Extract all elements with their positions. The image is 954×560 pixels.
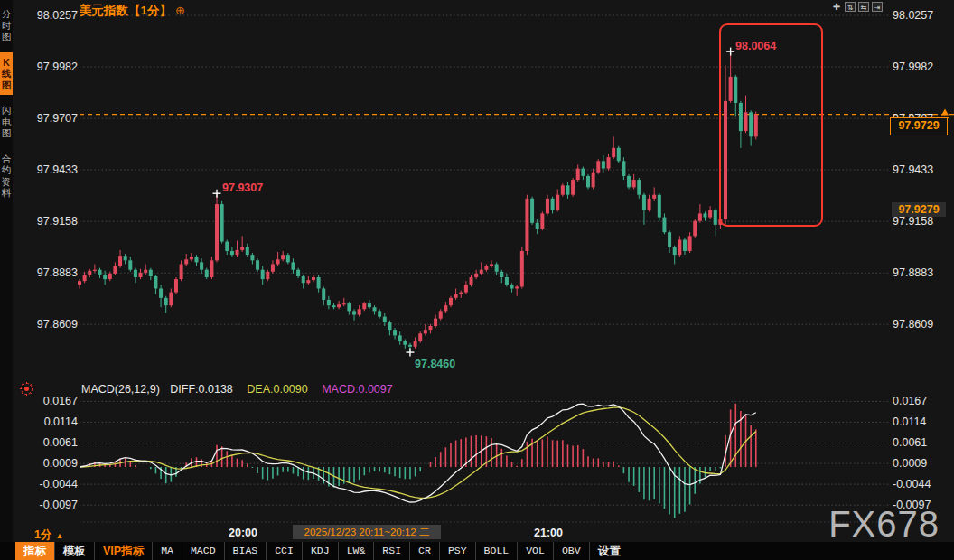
price-level-label: 97.8609 (893, 318, 933, 331)
current-price-tag: 97.9729 (890, 117, 948, 135)
macd-level-label: 0.0009 (25, 457, 78, 470)
toolbar-item-RSI[interactable]: RSI (373, 542, 409, 560)
live-indicator-icon (21, 383, 33, 395)
toolbar-item-VOL[interactable]: VOL (517, 542, 553, 560)
chevron-up-icon: ▲ (55, 531, 63, 540)
price-level-label: 97.8609 (25, 318, 78, 331)
toolbar-item-PSY[interactable]: PSY (439, 542, 475, 560)
trading-terminal: 分时图K线图闪电图合约资料 美元指数【1分】⊕ ✚⇅⇆⇥ 98.025797.9… (0, 0, 954, 560)
toolbar-item-MA[interactable]: MA (152, 542, 182, 560)
toolbar-item-BOLL[interactable]: BOLL (475, 542, 518, 560)
annotation-session-high: 98.0064 (735, 40, 776, 52)
add-indicator-icon[interactable]: ⊕ (175, 4, 185, 17)
price-level-label: 97.9433 (893, 163, 933, 176)
move-tool-icon[interactable]: ✚ (831, 2, 842, 12)
time-tick-2000: 20:00 (223, 527, 263, 539)
toolbar-item-BIAS[interactable]: BIAS (224, 542, 267, 560)
macd-level-label: 0.0167 (25, 395, 78, 407)
annotation-local-high: 97.9307 (222, 182, 263, 194)
toolbar-item-模板[interactable]: 模板 (54, 542, 94, 560)
macd-level-label: 0.0061 (25, 436, 78, 449)
sidebar-tab-合约资料[interactable]: 合约资料 (0, 149, 13, 203)
macd-level-label: -0.0044 (893, 478, 931, 490)
toolbar-item-LW&[interactable]: LW& (338, 542, 374, 560)
toolbar-item-MACD[interactable]: MACD (182, 542, 224, 560)
macd-level-label: 0.0114 (25, 415, 78, 428)
price-level-label: 98.0257 (893, 9, 933, 22)
page-title: 美元指数【1分】⊕ (80, 3, 185, 19)
toolbar-item-CR[interactable]: CR (409, 542, 439, 560)
price-level-label: 97.9982 (25, 61, 78, 73)
chart-type-sidebar: 分时图K线图闪电图合约资料 (0, 0, 13, 560)
macd-level-label: 0.0114 (893, 415, 926, 428)
toolbar-item-指标[interactable]: 指标 (15, 542, 54, 560)
price-level-label: 97.8883 (893, 266, 933, 279)
annotation-session-low: 97.8460 (415, 358, 455, 370)
secondary-price-tag: 97.9279 (892, 202, 946, 217)
crosshair-time-readout: 2025/12/23 20:11~20:12 二 (293, 525, 441, 539)
toolbar-item-KDJ[interactable]: KDJ (302, 542, 338, 560)
macd-level-label: 0.0009 (893, 457, 927, 470)
sidebar-tab-K线图[interactable]: K线图 (0, 52, 13, 96)
time-tick-2100: 21:00 (528, 527, 568, 539)
period-selector[interactable]: 1分▲ (34, 527, 63, 543)
sidebar-tab-闪电图[interactable]: 闪电图 (0, 100, 13, 144)
macd-formula: MACD(26,12,9) (81, 383, 160, 396)
fx678-watermark: FX678 (828, 504, 940, 545)
macd-legend: MACD(26,12,9) DIFF:0.0138 DEA:0.0090 MAC… (81, 383, 393, 396)
macd-level-label: 0.0167 (893, 395, 927, 407)
price-level-label: 98.0257 (25, 9, 78, 22)
fit-vertical-icon[interactable]: ⇅ (845, 2, 856, 12)
price-level-label: 97.9158 (25, 215, 78, 228)
symbol-period: 【1分】 (128, 4, 172, 17)
indicator-toolbar: 指标模板VIP指标MAMACDBIASCCIKDJLW&RSICRPSYBOLL… (0, 542, 954, 560)
symbol-name: 美元指数 (80, 4, 128, 17)
toolbar-item-OBV[interactable]: OBV (553, 542, 589, 560)
toolbar-item-设置[interactable]: 设置 (589, 542, 629, 560)
scroll-right-icon[interactable]: ⇥ (872, 2, 883, 12)
macd-dea-readout: DEA:0.0090 (247, 383, 307, 396)
time-axis: 1分▲ 20:00 2025/12/23 20:11~20:12 二 21:00 (0, 524, 954, 540)
price-level-label: 97.9433 (25, 163, 78, 176)
chart-toolbar-icons: ✚⇅⇆⇥ (831, 2, 883, 12)
price-level-label: 97.8883 (25, 266, 78, 279)
macd-level-label: -0.0044 (25, 478, 78, 490)
macd-bar-readout: MACD:0.0097 (322, 383, 393, 396)
macd-level-label: 0.0061 (893, 436, 927, 449)
toolbar-item-CCI[interactable]: CCI (266, 542, 302, 560)
price-level-label: 97.9982 (893, 61, 933, 73)
macd-level-label: -0.0097 (25, 499, 78, 511)
sidebar-tab-分时图[interactable]: 分时图 (0, 4, 13, 47)
chart-canvas[interactable] (0, 0, 954, 560)
price-level-label: 97.9707 (25, 112, 78, 125)
toolbar-item-VIP指标[interactable]: VIP指标 (94, 542, 152, 560)
macd-diff-readout: DIFF:0.0138 (170, 383, 232, 396)
fit-horizontal-icon[interactable]: ⇆ (858, 2, 869, 12)
